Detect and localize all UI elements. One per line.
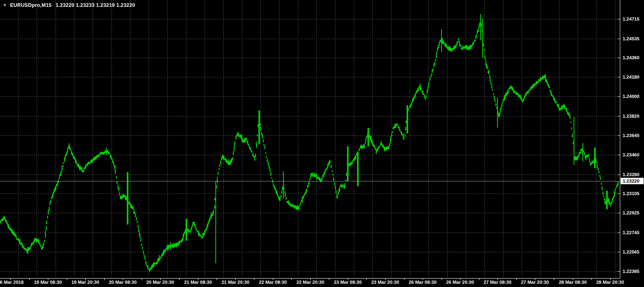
symbol-period-label: EURUSDpro,M15 [10, 2, 52, 8]
time-axis-label: 16 Mar 2018 [0, 280, 24, 285]
price-chart-canvas[interactable] [0, 0, 644, 287]
time-axis-label: 22 Mar 08:30 [259, 280, 287, 285]
time-axis-label: 19 Mar 08:30 [34, 280, 62, 285]
time-axis-label: 19 Mar 20:30 [71, 280, 99, 285]
chart-shift-marker-icon: ▼ [3, 3, 7, 8]
time-axis-label: 26 Mar 20:30 [446, 280, 474, 285]
time-axis-label: 22 Mar 20:30 [296, 280, 324, 285]
time-axis-label: 26 Mar 08:30 [409, 280, 436, 285]
time-axis-label: 28 Mar 20:30 [596, 280, 624, 285]
time-axis-label: 23 Mar 20:30 [371, 280, 399, 285]
time-axis-label: 20 Mar 20:30 [146, 280, 174, 285]
ohlc-quote-label: 1.23220 1.23233 1.23219 1.23220 [56, 2, 135, 8]
time-axis: 16 Mar 201819 Mar 08:3019 Mar 20:3020 Ma… [0, 279, 644, 287]
chart-window: ▼ EURUSDpro,M15 1.23220 1.23233 1.23219 … [0, 0, 644, 287]
time-axis-label: 21 Mar 20:30 [221, 280, 249, 285]
time-axis-label: 21 Mar 08:30 [184, 280, 212, 285]
time-axis-label: 28 Mar 08:30 [559, 280, 586, 285]
current-price-tag: 1.23220 [621, 178, 644, 184]
chart-title: ▼ EURUSDpro,M15 1.23220 1.23233 1.23219 … [3, 2, 135, 8]
time-axis-label: 20 Mar 08:30 [109, 280, 136, 285]
time-axis-label: 27 Mar 08:30 [483, 280, 511, 285]
time-axis-label: 23 Mar 08:30 [334, 280, 361, 285]
time-axis-label: 27 Mar 20:30 [521, 280, 549, 285]
